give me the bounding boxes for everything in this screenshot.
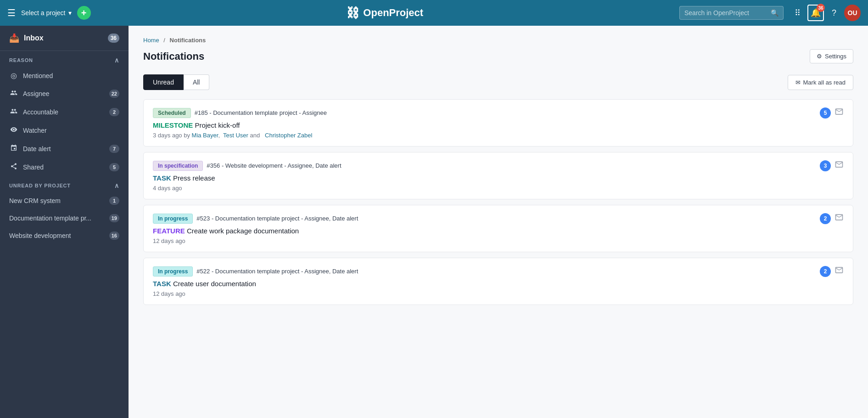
notification-ref: #185 - Documentation template project - … [195, 109, 327, 116]
date-alert-item[interactable]: Date alert 7 [0, 140, 129, 158]
notification-card: Scheduled #185 - Documentation template … [143, 99, 853, 147]
sidebar-item-website-dev[interactable]: Website development 16 [0, 227, 129, 244]
notifications-icon-button[interactable]: 🔔 36 [807, 5, 824, 21]
author-test-user[interactable]: Test User [223, 132, 248, 139]
app-logo: ⛓ OpenProject [96, 6, 674, 21]
date-alert-icon [9, 144, 18, 153]
notification-badge: 36 [817, 4, 825, 12]
settings-button[interactable]: ⚙ Settings [810, 49, 853, 63]
reason-section-chevron[interactable]: ∧ [114, 56, 119, 64]
notification-count-badge: 5 [820, 107, 831, 119]
grid-icon: ⠿ [795, 8, 801, 18]
project-section-label: UNREAD BY PROJECT [9, 183, 71, 188]
logo-icon: ⛓ [347, 6, 359, 21]
reason-section-header: REASON ∧ [0, 51, 129, 67]
notification-header: In specification #356 - Website developm… [153, 160, 844, 171]
website-dev-count: 16 [109, 232, 119, 240]
doc-template-count: 19 [109, 214, 119, 222]
accountable-icon [9, 107, 18, 117]
status-badge: Scheduled [153, 108, 191, 118]
search-input[interactable] [684, 9, 767, 17]
filter-tabs: Unread All [143, 74, 209, 90]
work-type-label: MILESTONE [153, 121, 193, 129]
notification-ref: #356 - Website development - Assignee, D… [207, 162, 341, 169]
mark-read-icon[interactable] [834, 107, 844, 119]
user-avatar[interactable]: OU [844, 5, 861, 21]
assignee-item[interactable]: Assignee 22 [0, 85, 129, 103]
notification-header: Scheduled #185 - Documentation template … [153, 107, 844, 119]
top-navigation: ☰ Select a project ▾ + ⛓ OpenProject 🔍 ⠿… [0, 0, 868, 26]
settings-label: Settings [825, 53, 846, 60]
notification-work-title: Project kick-off [195, 121, 240, 129]
assignee-icon [9, 89, 18, 98]
notification-ref: #523 - Documentation template project - … [196, 215, 358, 222]
chevron-down-icon: ▾ [68, 9, 72, 17]
page-title: Notifications [143, 51, 204, 62]
notification-header: In progress #522 - Documentation templat… [153, 265, 844, 277]
work-type-label: FEATURE [153, 227, 185, 235]
notification-count-badge: 2 [820, 213, 831, 224]
page-layout: 📥 Inbox 36 REASON ∧ ◎ Mentioned Assignee… [0, 26, 868, 418]
notification-card: In progress #523 - Documentation templat… [143, 205, 853, 252]
notification-work-title: Create user documentation [173, 280, 256, 288]
author-christopher[interactable]: Christopher Zabel [265, 132, 312, 139]
notification-title: FEATURE Create work package documentatio… [153, 227, 844, 235]
settings-gear-icon: ⚙ [817, 53, 822, 60]
sidebar-item-doc-template[interactable]: Documentation template pr... 19 [0, 209, 129, 227]
project-select[interactable]: Select a project ▾ [21, 9, 72, 17]
notification-footer: 4 days ago [153, 185, 844, 192]
breadcrumb-current: Notifications [170, 37, 206, 44]
shared-icon [9, 163, 18, 172]
mark-read-icon[interactable] [834, 160, 844, 171]
notification-title: MILESTONE Project kick-off [153, 121, 844, 129]
inbox-icon: 📥 [9, 33, 19, 43]
watcher-icon [9, 126, 18, 135]
sidebar-inbox[interactable]: 📥 Inbox 36 [0, 26, 129, 51]
mentioned-label: Mentioned [23, 72, 119, 79]
notification-footer: 3 days ago by Mia Bayer, Test User and C… [153, 132, 844, 139]
new-crm-label: New CRM system [9, 197, 105, 204]
date-alert-count: 7 [109, 145, 119, 153]
author-mia[interactable]: Mia Bayer [192, 132, 218, 139]
mark-read-icon[interactable] [834, 265, 844, 277]
tab-unread[interactable]: Unread [143, 74, 184, 90]
breadcrumb-separator: / [163, 37, 165, 44]
notification-work-title: Press release [173, 174, 215, 182]
work-type-label: TASK [153, 280, 171, 288]
hamburger-menu-icon[interactable]: ☰ [7, 7, 16, 18]
notification-title: TASK Create user documentation [153, 280, 844, 288]
sidebar: 📥 Inbox 36 REASON ∧ ◎ Mentioned Assignee… [0, 26, 129, 418]
notification-work-title: Create work package documentation [187, 227, 299, 235]
mentioned-item[interactable]: ◎ Mentioned [0, 67, 129, 85]
breadcrumb: Home / Notifications [143, 37, 853, 44]
nav-icons: ⠿ 🔔 36 ? OU [789, 5, 861, 21]
shared-item[interactable]: Shared 5 [0, 158, 129, 176]
notification-meta: Scheduled #185 - Documentation template … [153, 108, 815, 118]
filter-bar: Unread All ✉ Mark all as read [143, 74, 853, 90]
apps-icon-button[interactable]: ⠿ [789, 5, 806, 21]
project-section-chevron[interactable]: ∧ [114, 182, 119, 189]
sidebar-item-new-crm[interactable]: New CRM system 1 [0, 192, 129, 209]
notification-card: In specification #356 - Website developm… [143, 152, 853, 199]
notification-card: In progress #522 - Documentation templat… [143, 258, 853, 305]
shared-label: Shared [23, 164, 105, 171]
tab-all[interactable]: All [184, 74, 210, 90]
notification-title: TASK Press release [153, 174, 844, 182]
notification-actions: 5 [820, 107, 844, 119]
mark-read-icon[interactable] [834, 213, 844, 224]
watcher-item[interactable]: Watcher [0, 121, 129, 140]
help-icon-button[interactable]: ? [826, 5, 842, 21]
project-section-header: UNREAD BY PROJECT ∧ [0, 176, 129, 192]
help-icon: ? [832, 8, 836, 18]
breadcrumb-home[interactable]: Home [143, 37, 159, 44]
status-badge: In progress [153, 214, 193, 224]
accountable-item[interactable]: Accountable 2 [0, 103, 129, 121]
notification-count-badge: 2 [820, 266, 831, 277]
global-search[interactable]: 🔍 [679, 6, 784, 20]
status-badge: In progress [153, 266, 193, 277]
date-alert-label: Date alert [23, 145, 105, 153]
mark-all-read-button[interactable]: ✉ Mark all as read [788, 75, 853, 90]
notification-actions: 3 [820, 160, 844, 171]
add-project-button[interactable]: + [77, 6, 91, 20]
status-badge: In specification [153, 161, 203, 171]
